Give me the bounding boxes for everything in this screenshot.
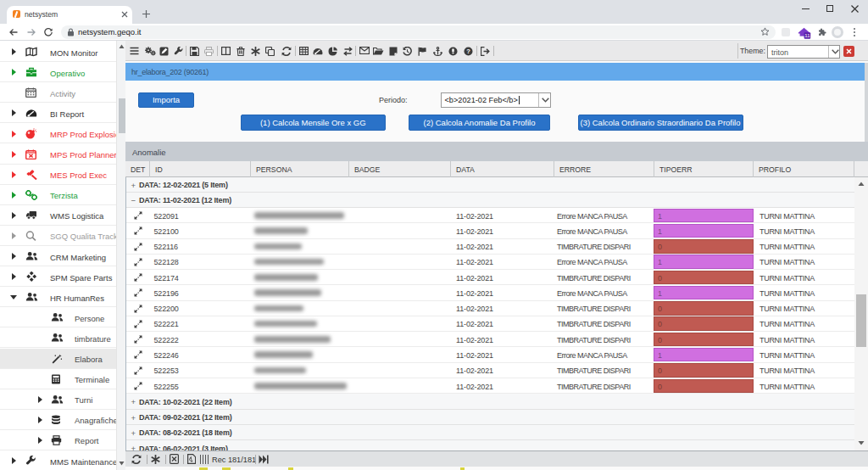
svg-text:?: ? [466,48,470,55]
svg-text:11: 11 [804,33,810,38]
